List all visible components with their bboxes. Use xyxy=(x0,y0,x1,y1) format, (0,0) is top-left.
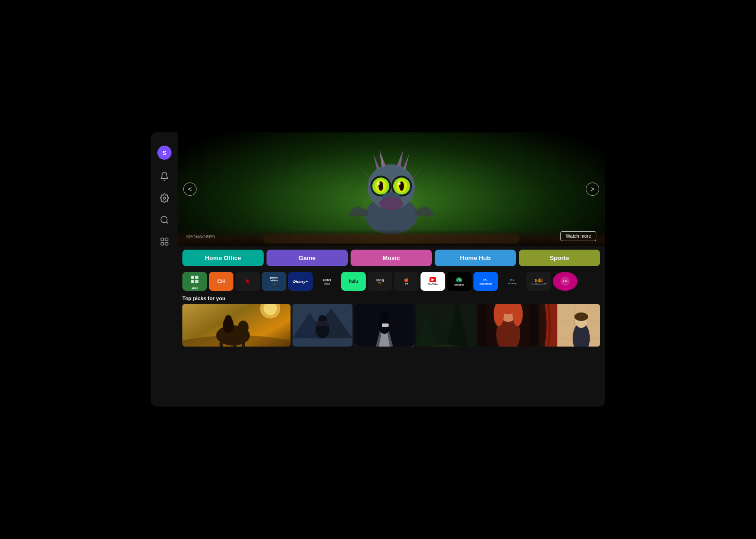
notifications-icon[interactable] xyxy=(159,171,170,182)
svg-rect-50 xyxy=(317,321,328,326)
svg-point-29 xyxy=(379,197,403,210)
svg-point-39 xyxy=(225,315,232,322)
svg-point-30 xyxy=(371,189,373,191)
app-hbo-max[interactable]: HBO max xyxy=(315,272,339,291)
app-apple-tv[interactable]: 🍎 TV xyxy=(394,272,419,291)
svg-point-37 xyxy=(238,321,249,334)
dragon-illustration xyxy=(335,135,448,239)
svg-rect-70 xyxy=(530,304,538,347)
app-paramount-plus[interactable]: P+ paramount xyxy=(473,272,498,291)
svg-rect-3 xyxy=(161,238,164,241)
svg-point-0 xyxy=(163,197,166,200)
category-home-hub[interactable]: Home Hub xyxy=(435,250,516,266)
app-hulu[interactable]: hulu xyxy=(341,272,366,291)
settings-icon[interactable] xyxy=(159,193,170,203)
category-game[interactable]: Game xyxy=(266,250,348,266)
category-home-office[interactable]: Home Office xyxy=(182,250,264,266)
list-icon[interactable] xyxy=(159,236,170,247)
pick-item-6[interactable] xyxy=(540,304,600,347)
category-music[interactable]: Music xyxy=(351,250,432,266)
svg-line-2 xyxy=(166,222,168,224)
svg-point-80 xyxy=(575,313,588,321)
svg-point-31 xyxy=(370,186,371,188)
svg-rect-41 xyxy=(233,342,236,347)
app-peacock[interactable]: 🦚 peacock xyxy=(447,272,472,291)
app-discovery-plus[interactable]: D+ discovery xyxy=(500,272,524,291)
tv-frame: S xyxy=(151,132,605,407)
sponsored-label: SPONSORED xyxy=(186,235,215,239)
search-icon[interactable] xyxy=(159,215,170,225)
app-disney-plus[interactable]: Disney+ xyxy=(288,272,313,291)
pick-item-5[interactable] xyxy=(478,304,538,347)
svg-rect-69 xyxy=(478,304,487,347)
svg-rect-5 xyxy=(161,243,164,245)
apps-row: APPS CH N prime video ⌣ Disney+ xyxy=(178,270,605,293)
pick-item-4[interactable] xyxy=(416,304,476,347)
app-youtube[interactable]: ▶ YouTube xyxy=(421,272,445,291)
svg-point-32 xyxy=(409,189,411,191)
top-picks-grid xyxy=(182,304,600,347)
svg-point-33 xyxy=(412,186,413,188)
hero-banner: < > SPONSORED Watch more xyxy=(178,132,605,246)
svg-rect-40 xyxy=(220,342,223,347)
top-picks-section: Top picks for you xyxy=(178,293,605,407)
sidebar: S xyxy=(151,132,178,407)
watch-more-button[interactable]: Watch more xyxy=(560,231,596,241)
pick-item-3[interactable] xyxy=(354,304,414,347)
svg-point-24 xyxy=(377,183,380,185)
svg-rect-42 xyxy=(242,342,245,347)
svg-rect-6 xyxy=(165,243,168,245)
app-sling[interactable]: sling TV xyxy=(368,272,392,291)
category-sports[interactable]: Sports xyxy=(519,250,600,266)
svg-rect-4 xyxy=(165,238,168,241)
user-avatar[interactable]: S xyxy=(157,146,172,160)
pick-item-2[interactable] xyxy=(292,304,352,347)
app-lg[interactable]: LG xyxy=(553,272,577,291)
top-picks-title: Top picks for you xyxy=(182,296,600,301)
svg-point-25 xyxy=(398,183,401,185)
app-all-apps[interactable]: APPS xyxy=(182,272,207,291)
app-netflix[interactable]: N xyxy=(235,272,260,291)
main-content: < > SPONSORED Watch more Home Office Gam… xyxy=(178,132,605,407)
hero-next-button[interactable]: > xyxy=(586,183,599,196)
hero-prev-button[interactable]: < xyxy=(183,183,197,196)
svg-point-55 xyxy=(380,311,388,319)
app-ch[interactable]: CH xyxy=(209,272,233,291)
app-tubi[interactable]: tubi Free Movies & TV xyxy=(526,272,551,291)
svg-rect-56 xyxy=(382,323,389,327)
app-prime-video[interactable]: prime video ⌣ xyxy=(262,272,286,291)
pick-item-1[interactable] xyxy=(182,304,291,347)
hero-background xyxy=(178,132,605,246)
category-buttons: Home Office Game Music Home Hub Sports xyxy=(178,246,605,270)
